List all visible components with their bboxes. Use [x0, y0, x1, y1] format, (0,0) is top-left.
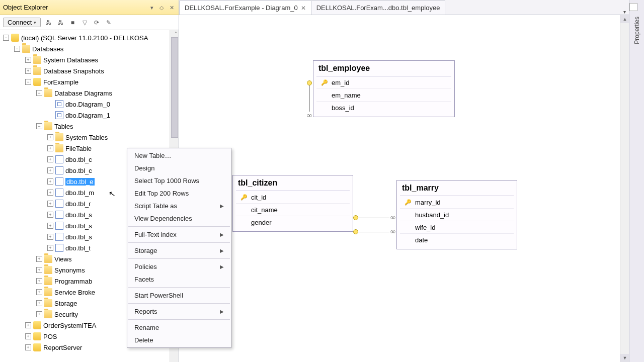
- connect-object-icon[interactable]: 🖧: [44, 18, 53, 27]
- tab-tbl-employee[interactable]: DELLKOSAL.ForExam...dbo.tbl_employee: [311, 1, 446, 15]
- scroll-up-icon[interactable]: ˄: [175, 31, 177, 37]
- dropdown-icon[interactable]: ▾: [148, 0, 156, 15]
- table-column[interactable]: 🔑em_id: [316, 76, 451, 89]
- relationship-self-employee[interactable]: ∞: [306, 80, 313, 120]
- expand-icon[interactable]: +: [47, 201, 53, 207]
- expand-icon[interactable]: +: [25, 68, 31, 74]
- table-column[interactable]: 🔑marry_id: [400, 196, 514, 209]
- tree-system-tables[interactable]: +System Tables: [0, 132, 179, 143]
- expand-icon[interactable]: +: [47, 234, 53, 240]
- close-icon[interactable]: ✕: [168, 0, 176, 15]
- table-icon: [55, 189, 63, 197]
- folder-icon: [44, 122, 52, 130]
- collapse-icon[interactable]: −: [36, 90, 42, 96]
- expand-icon[interactable]: +: [36, 300, 42, 306]
- menu-edit-top[interactable]: Edit Top 200 Rows: [127, 187, 231, 200]
- menu-delete[interactable]: Delete: [127, 334, 231, 346]
- scroll-thumb[interactable]: [171, 37, 178, 138]
- menu-policies[interactable]: Policies▶: [127, 260, 231, 273]
- tree-server-node[interactable]: −(local) (SQL Server 11.0.2100 - DELLKOS…: [0, 32, 179, 43]
- expand-icon[interactable]: +: [47, 223, 53, 229]
- expand-icon[interactable]: +: [47, 190, 53, 196]
- expand-icon[interactable]: +: [36, 267, 42, 273]
- diagram-canvas[interactable]: tbl_employee 🔑em_id em_name boss_id ∞ tb…: [179, 15, 629, 362]
- menu-facets[interactable]: Facets: [127, 273, 231, 286]
- connect-button[interactable]: Connect: [3, 18, 41, 27]
- table-columns: 🔑cit_id cit_name gender: [236, 191, 350, 228]
- disconnect-icon[interactable]: 🖧: [56, 18, 65, 27]
- properties-dock-tab[interactable]: Properties: [629, 0, 644, 362]
- menu-reports[interactable]: Reports▶: [127, 305, 231, 318]
- tree-tables[interactable]: −Tables: [0, 121, 179, 132]
- scroll-down-icon[interactable]: ▼: [620, 354, 629, 362]
- collapse-icon[interactable]: −: [14, 46, 20, 52]
- table-column[interactable]: cit_name: [236, 204, 350, 216]
- menu-script-table[interactable]: Script Table as▶: [127, 200, 231, 212]
- canvas-scrollbar[interactable]: ▲ ▼: [620, 15, 629, 362]
- table-column[interactable]: 🔑cit_id: [236, 191, 350, 204]
- table-column[interactable]: gender: [236, 216, 350, 228]
- refresh-icon[interactable]: ⟳: [92, 18, 101, 27]
- stop-icon[interactable]: ■: [68, 18, 77, 27]
- expand-icon[interactable]: +: [36, 278, 42, 284]
- relationship-end-icon: [353, 229, 358, 234]
- folder-icon: [44, 288, 52, 296]
- diagram-icon: [55, 111, 63, 119]
- diagram-table-marry[interactable]: tbl_marry 🔑marry_id husband_id wife_id d…: [396, 180, 517, 249]
- expand-icon[interactable]: +: [47, 145, 53, 151]
- menu-new-table[interactable]: New Table…: [127, 149, 231, 162]
- scroll-up-icon[interactable]: ▲: [620, 15, 629, 23]
- expand-icon[interactable]: +: [47, 212, 53, 218]
- menu-start-powershell[interactable]: Start PowerShell: [127, 289, 231, 302]
- document-tabs: DELLKOSAL.ForExample - Diagram_0 ✕ DELLK…: [179, 0, 629, 15]
- table-icon: [55, 200, 63, 208]
- close-icon[interactable]: ✕: [301, 5, 306, 12]
- expand-icon[interactable]: +: [25, 57, 31, 63]
- expand-icon[interactable]: +: [25, 322, 31, 328]
- explorer-toolbar: Connect 🖧 🖧 ■ ▽ ⟳ ✎: [0, 15, 179, 30]
- expand-icon[interactable]: +: [25, 333, 31, 339]
- menu-rename[interactable]: Rename: [127, 321, 231, 334]
- collapse-icon[interactable]: −: [3, 35, 9, 41]
- expand-icon[interactable]: +: [47, 167, 53, 173]
- expand-icon[interactable]: +: [36, 311, 42, 317]
- expand-icon[interactable]: +: [36, 256, 42, 262]
- table-column[interactable]: wife_id: [400, 221, 514, 234]
- tree-system-databases[interactable]: +System Databases: [0, 54, 179, 65]
- script-icon[interactable]: ✎: [104, 18, 113, 27]
- tree-diagram1[interactable]: dbo.Diagram_1: [0, 110, 179, 121]
- folder-icon: [55, 133, 63, 141]
- diagram-table-citizen[interactable]: tbl_citizen 🔑cit_id cit_name gender: [232, 175, 353, 232]
- menu-design[interactable]: Design: [127, 162, 231, 174]
- diagram-table-employee[interactable]: tbl_employee 🔑em_id em_name boss_id: [313, 60, 455, 117]
- expand-icon[interactable]: +: [47, 245, 53, 251]
- expand-icon[interactable]: +: [47, 178, 53, 185]
- tree-diagram0[interactable]: dbo.Diagram_0: [0, 99, 179, 110]
- table-column[interactable]: boss_id: [316, 102, 451, 114]
- table-column[interactable]: em_name: [316, 89, 451, 102]
- tree-databases[interactable]: −Databases: [0, 43, 179, 54]
- tree-database-snapshots[interactable]: +Database Snapshots: [0, 65, 179, 76]
- collapse-icon[interactable]: −: [36, 123, 42, 129]
- expand-icon[interactable]: +: [47, 156, 53, 162]
- expand-icon[interactable]: +: [47, 134, 53, 140]
- tree-db-forexample[interactable]: −ForExample: [0, 76, 179, 87]
- menu-view-dependencies[interactable]: View Dependencies: [127, 212, 231, 225]
- menu-select-top[interactable]: Select Top 1000 Rows: [127, 174, 231, 187]
- collapse-icon[interactable]: −: [25, 79, 31, 85]
- tree-database-diagrams[interactable]: −Database Diagrams: [0, 87, 179, 99]
- table-column[interactable]: date: [400, 234, 514, 246]
- folder-icon: [33, 67, 41, 75]
- database-icon: [33, 78, 41, 86]
- expand-icon[interactable]: +: [25, 344, 31, 350]
- relationship-citizen-marry-1[interactable]: ∞: [353, 215, 396, 220]
- menu-storage[interactable]: Storage▶: [127, 244, 231, 257]
- relationship-citizen-marry-2[interactable]: ∞: [353, 229, 396, 234]
- expand-icon[interactable]: +: [36, 289, 42, 295]
- menu-fulltext-index[interactable]: Full-Text index▶: [127, 228, 231, 241]
- pin-icon[interactable]: ◇: [157, 0, 166, 15]
- table-column[interactable]: husband_id: [400, 209, 514, 221]
- filter-icon[interactable]: ▽: [80, 18, 89, 27]
- tab-dropdown-icon[interactable]: ▾: [623, 9, 626, 15]
- tab-diagram[interactable]: DELLKOSAL.ForExample - Diagram_0 ✕: [179, 1, 311, 15]
